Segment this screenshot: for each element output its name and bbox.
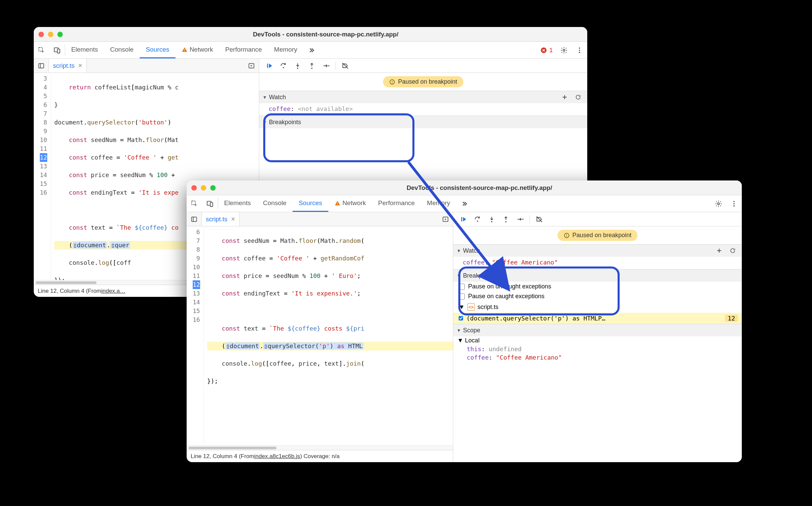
pause-uncaught-checkbox[interactable]: Pause on uncaught exceptions <box>453 282 742 291</box>
breakpoint-item[interactable]: (document.querySelector('p') as HTMLP… 1… <box>453 313 742 324</box>
navigator-toggle-icon[interactable] <box>187 216 201 223</box>
more-tabs-icon[interactable] <box>303 42 319 58</box>
watch-section: ▼ Watch coffee: <not available> <box>259 91 587 116</box>
titlebar: DevTools - consistent-source-map-pc.netl… <box>187 180 742 195</box>
titlebar: DevTools - consistent-source-map-pc.netl… <box>34 27 587 42</box>
settings-gear-icon[interactable] <box>556 42 572 58</box>
refresh-watch-icon[interactable] <box>572 92 584 102</box>
svg-rect-33 <box>461 217 462 221</box>
step-out-icon[interactable] <box>305 60 319 72</box>
file-tab[interactable]: script.ts ✕ <box>201 212 240 226</box>
step-icon[interactable] <box>513 214 527 225</box>
file-tab[interactable]: script.ts ✕ <box>49 59 87 73</box>
settings-gear-icon[interactable] <box>711 195 726 212</box>
close-window-button[interactable] <box>191 185 197 191</box>
tab-console[interactable]: Console <box>257 195 293 212</box>
warning-icon <box>334 200 341 206</box>
status-bar: Line 12, Column 4 (From index.a8c1ec6b.j… <box>187 450 453 462</box>
svg-point-6 <box>563 49 565 51</box>
step-icon[interactable] <box>319 60 333 72</box>
error-count-badge[interactable]: 1 <box>540 42 553 58</box>
breakpoint-text: (document.querySelector('p') as HTMLP… <box>466 315 605 322</box>
window-title: DevTools - consistent-source-map-pc.netl… <box>69 31 583 38</box>
coverage-text: ) Coverage: n/a <box>300 453 340 460</box>
tab-console[interactable]: Console <box>104 42 140 58</box>
svg-point-7 <box>579 47 580 49</box>
svg-point-40 <box>566 236 567 237</box>
zoom-window-button[interactable] <box>210 185 216 191</box>
checkbox[interactable] <box>459 293 465 300</box>
disclosure-icon[interactable]: ▼ <box>263 120 267 125</box>
device-toolbar-icon[interactable] <box>49 42 65 58</box>
checkbox[interactable] <box>459 284 465 290</box>
sourcemap-link[interactable]: index.a… <box>101 288 126 294</box>
disclosure-icon[interactable]: ▼ <box>263 95 267 100</box>
scope-coffee: coffee: "Coffee Americano" <box>463 353 742 362</box>
inspect-element-icon[interactable] <box>34 42 49 58</box>
tab-memory[interactable]: Memory <box>421 195 456 212</box>
deactivate-breakpoints-icon[interactable] <box>339 60 352 72</box>
refresh-watch-icon[interactable] <box>727 246 738 255</box>
tab-network[interactable]: Network <box>175 42 219 58</box>
file-tab-label: script.ts <box>53 62 75 69</box>
tab-sources[interactable]: Sources <box>293 195 328 212</box>
breakpoint-line: 12 <box>725 315 738 322</box>
svg-point-9 <box>579 52 580 53</box>
step-over-icon[interactable] <box>471 214 484 225</box>
disclosure-icon[interactable]: ▼ <box>457 248 461 253</box>
minimize-window-button[interactable] <box>201 185 206 191</box>
resume-icon[interactable] <box>457 214 470 225</box>
scope-this: this: undefined <box>463 345 742 353</box>
tab-sources[interactable]: Sources <box>140 42 175 58</box>
more-tabs-icon[interactable] <box>456 195 472 212</box>
watch-expression[interactable]: coffee: <not available> <box>259 103 587 116</box>
close-file-tab-icon[interactable]: ✕ <box>231 216 235 222</box>
tab-network-label: Network <box>190 46 213 53</box>
code-content: const seedNum = Math.floor(Math.random( … <box>204 226 453 445</box>
breakpoints-section: ▼ Breakpoints <box>259 116 587 128</box>
close-window-button[interactable] <box>38 32 44 37</box>
disclosure-icon[interactable]: ▼ <box>457 273 461 278</box>
paused-banner: Paused on breakpoint <box>453 226 742 244</box>
breakpoint-file[interactable]: ▼ <> script.ts <box>453 301 742 313</box>
scope-label: Scope <box>463 327 480 334</box>
step-out-icon[interactable] <box>499 214 513 225</box>
warning-icon <box>182 47 188 53</box>
horizontal-scrollbar[interactable] <box>187 445 453 450</box>
tab-elements[interactable]: Elements <box>65 42 104 58</box>
kebab-menu-icon[interactable] <box>572 42 587 58</box>
resume-icon[interactable] <box>263 60 276 72</box>
breakpoint-checkbox[interactable] <box>459 316 463 320</box>
device-toolbar-icon[interactable] <box>202 195 218 212</box>
step-over-icon[interactable] <box>277 60 290 72</box>
navigator-toggle-icon[interactable] <box>34 62 49 69</box>
tab-performance[interactable]: Performance <box>219 42 268 58</box>
add-watch-icon[interactable] <box>713 246 725 255</box>
tab-performance[interactable]: Performance <box>372 195 421 212</box>
kebab-menu-icon[interactable] <box>726 195 742 212</box>
pause-caught-checkbox[interactable]: Pause on caught exceptions <box>453 291 742 301</box>
tab-elements[interactable]: Elements <box>218 195 257 212</box>
zoom-window-button[interactable] <box>57 32 63 37</box>
inspect-element-icon[interactable] <box>187 195 202 212</box>
tab-memory[interactable]: Memory <box>268 42 303 58</box>
code-editor[interactable]: 6 7 8 9 10 11 12 13 14 15 16 const seedN… <box>187 226 453 445</box>
run-snippet-icon[interactable] <box>244 62 259 69</box>
deactivate-breakpoints-icon[interactable] <box>533 214 546 225</box>
disclosure-icon[interactable]: ▼ <box>459 304 465 311</box>
disclosure-icon[interactable]: ▼ <box>457 337 463 344</box>
run-snippet-icon[interactable] <box>438 216 453 223</box>
step-into-icon[interactable] <box>485 214 498 225</box>
minimize-window-button[interactable] <box>48 32 53 37</box>
close-file-tab-icon[interactable]: ✕ <box>78 62 82 69</box>
watch-value: "Coffee Americano" <box>492 259 558 266</box>
step-into-icon[interactable] <box>291 60 304 72</box>
disclosure-icon[interactable]: ▼ <box>457 328 461 333</box>
add-watch-icon[interactable] <box>559 92 570 102</box>
sourcemap-link[interactable]: index.a8c1ec6b.js <box>254 453 300 460</box>
svg-point-8 <box>579 50 580 51</box>
svg-rect-13 <box>267 63 268 68</box>
scope-local[interactable]: ▼ Local <box>453 336 742 345</box>
watch-expression[interactable]: coffee: "Coffee Americano" <box>453 257 742 269</box>
tab-network[interactable]: Network <box>328 195 372 212</box>
